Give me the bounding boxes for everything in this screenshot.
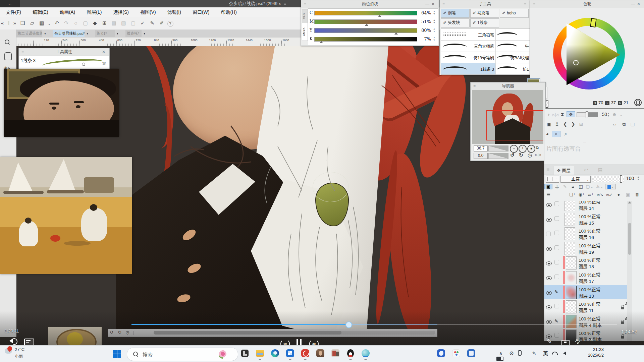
- grayed-tool-3[interactable]: ▢: [129, 17, 137, 29]
- zoom-tool[interactable]: [5, 40, 9, 46]
- zoom-out-button[interactable]: −: [510, 145, 518, 153]
- subtool-group-马克笔[interactable]: ✐马克笔: [470, 9, 499, 18]
- layers-visibility-icon[interactable]: ❖: [567, 111, 575, 117]
- draft-layer-icon[interactable]: ✎: [561, 184, 568, 189]
- tray-stylus-icon[interactable]: ✎: [529, 351, 539, 356]
- zoom-value[interactable]: 36.7: [474, 145, 488, 152]
- opacity-slider[interactable]: [577, 112, 598, 117]
- layer-visibility-toggle[interactable]: [546, 276, 552, 282]
- brush-item[interactable]: 1线条 3: [441, 63, 496, 74]
- lock-layer-icon[interactable]: 🔒︎: [570, 184, 576, 189]
- meeting-app-icon[interactable]: [451, 349, 461, 358]
- sv-selector[interactable]: [573, 60, 579, 65]
- layer-thumbnail[interactable]: [566, 256, 577, 269]
- rotate-ccw-button[interactable]: ↺: [510, 152, 515, 158]
- edit-box-icon[interactable]: ⧉: [620, 121, 628, 127]
- rotate-cw-button[interactable]: ↻: [519, 152, 523, 158]
- menu-2[interactable]: 动画(A): [54, 7, 81, 17]
- layers-tab[interactable]: ❖ 图层: [553, 166, 574, 175]
- document-tab-3[interactable]: 维克托*: [125, 30, 142, 37]
- image-icon[interactable]: ▣: [546, 121, 552, 127]
- portrait-app-icon[interactable]: [316, 349, 325, 358]
- layer-row[interactable]: ✎100 %正常图层 4 副本: [544, 314, 627, 329]
- clip-to-layer-icon[interactable]: ▣: [544, 184, 552, 189]
- timeline-tab-icon[interactable]: ▤: [598, 167, 602, 172]
- help-button[interactable]: ?: [167, 21, 173, 27]
- prev-icon[interactable]: ◑: [546, 112, 551, 117]
- brush-item[interactable]: 牛: [496, 40, 530, 52]
- netease-music-icon[interactable]: [301, 349, 310, 358]
- deselect-button[interactable]: ▢: [82, 17, 90, 29]
- close-icon[interactable]: ✕: [102, 50, 107, 54]
- tray-microphone-icon[interactable]: [518, 350, 528, 357]
- grayed-tool-1[interactable]: ▨: [110, 17, 118, 29]
- menu-5[interactable]: 视图(V): [135, 7, 162, 17]
- slider-spinner[interactable]: ▲▼: [433, 10, 435, 15]
- document-tab-2[interactable]: 练 01*: [95, 30, 115, 37]
- delete-layer-button[interactable]: 🗑︎: [633, 192, 641, 197]
- layer-visibility-toggle[interactable]: [546, 246, 552, 252]
- slider-spinner[interactable]: ▲▼: [433, 36, 435, 42]
- collapse-right-icon[interactable]: »: [12, 17, 17, 29]
- menu-1[interactable]: 编辑(E): [27, 7, 54, 17]
- back-button[interactable]: ←: [0, 0, 20, 7]
- layer-row[interactable]: 100 %正常图层 11: [544, 299, 627, 314]
- tray-wifi-icon[interactable]: [552, 351, 562, 356]
- slider-bar[interactable]: [314, 28, 417, 33]
- panel-menu-icon[interactable]: ≡: [533, 0, 535, 8]
- more-options-icon[interactable]: ⋯: [587, 336, 593, 342]
- minimize-icon[interactable]: —: [96, 50, 102, 54]
- layer-thumbnail[interactable]: [565, 227, 575, 240]
- account-icon[interactable]: ◕: [544, 131, 550, 136]
- chevron-down-icon[interactable]: ⌄: [619, 113, 623, 117]
- subtool-group-1线条[interactable]: ✐1线条: [470, 18, 499, 27]
- volume-icon[interactable]: [9, 339, 13, 343]
- layer-opacity-slider[interactable]: [592, 176, 624, 182]
- h-scrollbar[interactable]: [154, 331, 435, 335]
- subtool-group-hoho[interactable]: ✐hoho: [500, 9, 529, 18]
- slider-spinner[interactable]: ▲▼: [433, 19, 435, 24]
- layer-mask-button[interactable]: ●: [614, 192, 623, 197]
- lock-transparent-icon[interactable]: ◫: [578, 184, 584, 189]
- panel-menu-icon[interactable]: ≡: [304, 0, 306, 8]
- tray-blocked-icon[interactable]: ⊘: [506, 350, 517, 356]
- weather-widget[interactable]: 27°C 小雨: [3, 347, 44, 361]
- tab-hls[interactable]: HLS: [302, 9, 308, 23]
- rotate-cw-icon[interactable]: ↻: [116, 329, 123, 336]
- photos-app-icon[interactable]: [331, 349, 340, 358]
- danmaku-icon[interactable]: [24, 339, 34, 346]
- slider-spinner[interactable]: ▲▼: [433, 27, 435, 33]
- annotate-pencil-icon[interactable]: ✎: [547, 338, 552, 345]
- layer-thumbnail[interactable]: [565, 201, 575, 211]
- menu-4[interactable]: 选择(S): [107, 7, 135, 17]
- layer-row[interactable]: 100 %正常图层 18: [544, 255, 627, 270]
- layer-visibility-toggle[interactable]: [546, 217, 552, 223]
- brush-item[interactable]: 三角铅笔: [441, 29, 496, 40]
- zoom-box-2-icon[interactable]: ⌕: [562, 131, 570, 137]
- panel-menu-icon[interactable]: ≡: [21, 48, 24, 56]
- export-folder-icon[interactable]: ▱: [610, 121, 619, 127]
- save-button[interactable]: ▦: [38, 17, 46, 29]
- rotate-ccw-icon[interactable]: ↺: [108, 329, 115, 336]
- slider-value[interactable]: 7%: [419, 37, 431, 42]
- clock-widget[interactable]: 21:23 2025/6/2: [577, 347, 604, 361]
- close-icon[interactable]: ✕: [637, 2, 642, 6]
- blue-app-icon[interactable]: [436, 349, 446, 358]
- layer-thumbnail[interactable]: [566, 271, 577, 284]
- reset-rotation-button[interactable]: ◷: [528, 152, 532, 158]
- layer-row[interactable]: 100 %正常图层 5 副本: [544, 328, 627, 341]
- layer-thumbnail[interactable]: [566, 315, 577, 328]
- brush-item[interactable]: 三角大师笔: [441, 40, 496, 52]
- brush-item[interactable]: 仿19号笔刷: [441, 52, 496, 63]
- minimize-icon[interactable]: —: [631, 2, 637, 6]
- reference-thumbnail[interactable]: [48, 327, 102, 345]
- wrench-icon[interactable]: ⚒: [102, 61, 106, 66]
- layer-visibility-toggle[interactable]: [546, 290, 552, 296]
- slider-bar[interactable]: [314, 11, 417, 15]
- redo-button[interactable]: ↷: [62, 17, 70, 29]
- menu-0[interactable]: 文件(F): [0, 7, 27, 17]
- new-layer-button[interactable]: ❏⁺: [568, 192, 576, 197]
- layer-row[interactable]: 100 %正常图层 19: [544, 241, 627, 256]
- layer-thumbnail[interactable]: [566, 300, 577, 313]
- merge-down-button[interactable]: ⧈↙: [605, 192, 613, 197]
